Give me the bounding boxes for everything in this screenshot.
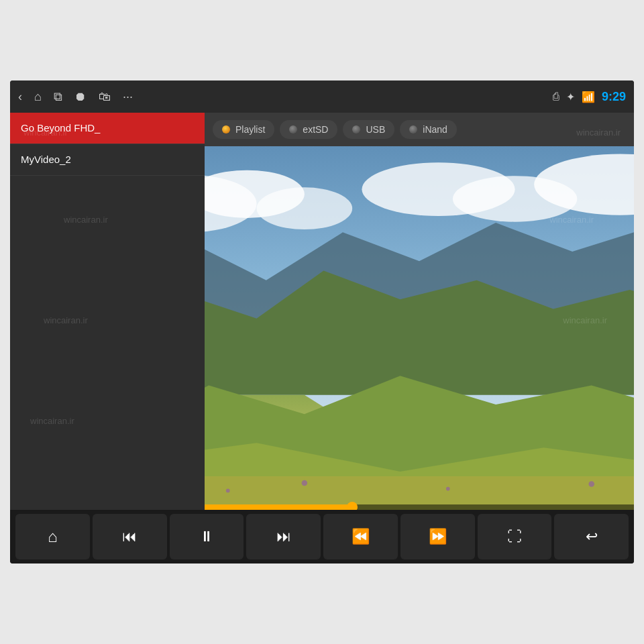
tab-playlist[interactable]: Playlist (213, 120, 274, 139)
tab-label-usb: USB (366, 124, 385, 135)
svg-point-16 (302, 480, 308, 486)
bag-nav-icon[interactable]: 🛍 (99, 90, 111, 104)
status-right: ⎙ ✦ 📶 9:29 (553, 90, 626, 104)
rewind-button[interactable]: ⏪ (323, 514, 398, 559)
device-screen: wincairan.ir wincairan.ir wincairan.ir w… (10, 80, 634, 564)
video-background (205, 146, 634, 510)
playlist-item-0[interactable]: Go Beyond FHD_ (10, 113, 205, 144)
tab-usb[interactable]: USB (343, 120, 394, 139)
playlist-item-label-1: MyVideo_2 (21, 154, 71, 165)
more-nav-icon[interactable]: ··· (123, 90, 133, 104)
next-button[interactable]: ⏭ (246, 514, 321, 559)
back-button[interactable]: ↩ (554, 514, 629, 559)
video-progress-bar[interactable] (205, 504, 634, 510)
home-nav-icon[interactable]: ⌂ (34, 90, 42, 104)
home-button[interactable]: ⌂ (15, 514, 90, 559)
video-area: Playlist extSD USB iNand (205, 113, 634, 510)
time-display: 9:29 (602, 90, 626, 104)
playlist-item-1[interactable]: MyVideo_2 (10, 144, 205, 176)
camera-nav-icon[interactable]: ⏺ (74, 90, 87, 104)
progress-thumb[interactable] (347, 502, 358, 510)
video-scene (205, 146, 634, 510)
progress-fill (205, 504, 355, 510)
forward-button[interactable]: ⏩ (400, 514, 475, 559)
control-bar: ⌂ ⏮ ⏸ ⏭ ⏪ ⏩ ⛶ ↩ (10, 510, 634, 564)
tab-dot-inand (409, 125, 417, 133)
tab-extsd[interactable]: extSD (280, 120, 337, 139)
tab-label-extsd: extSD (303, 124, 328, 135)
back-nav-icon[interactable]: ‹ (18, 90, 22, 104)
outer-frame: wincairan.ir wincairan.ir wincairan.ir w… (0, 0, 644, 644)
tab-label-inand: iNand (423, 124, 447, 135)
pause-button[interactable]: ⏸ (170, 514, 244, 559)
previous-button[interactable]: ⏮ (93, 514, 167, 559)
nav-icons: ‹ ⌂ ⧉ ⏺ 🛍 ··· (18, 90, 553, 104)
main-content: Go Beyond FHD_ MyVideo_2 Playlist extSD (10, 113, 634, 510)
video-viewport[interactable] (205, 146, 634, 510)
tab-dot-usb (352, 125, 360, 133)
svg-point-18 (588, 481, 594, 487)
tab-dot-extsd (289, 125, 297, 133)
bluetooth-icon: ✦ (566, 91, 575, 103)
svg-point-17 (446, 487, 450, 491)
status-bar: ‹ ⌂ ⧉ ⏺ 🛍 ··· ⎙ ✦ 📶 9:29 (10, 80, 634, 113)
playlist-panel: Go Beyond FHD_ MyVideo_2 (10, 113, 205, 510)
playlist-item-label-0: Go Beyond FHD_ (21, 122, 100, 133)
svg-point-15 (226, 489, 230, 493)
svg-point-3 (257, 187, 353, 229)
tab-dot-playlist (222, 125, 230, 133)
tab-label-playlist: Playlist (235, 124, 265, 135)
cast-icon: ⎙ (553, 91, 559, 103)
fullscreen-button[interactable]: ⛶ (478, 514, 552, 559)
wifi-icon: 📶 (582, 91, 595, 103)
recents-nav-icon[interactable]: ⧉ (54, 90, 62, 104)
source-tabs: Playlist extSD USB iNand (205, 113, 634, 146)
tab-inand[interactable]: iNand (400, 120, 457, 139)
